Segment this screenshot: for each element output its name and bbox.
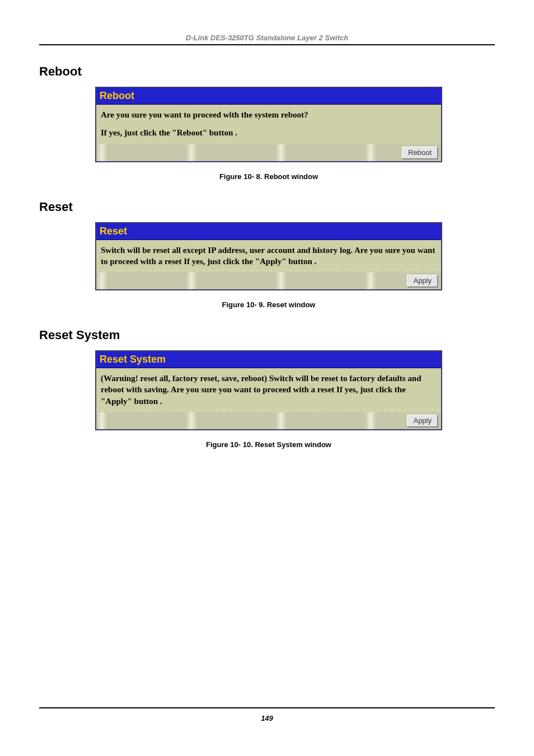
reboot-panel-footer: Reboot — [96, 144, 441, 161]
reset-panel-footer: Apply — [96, 273, 441, 289]
doc-header: D-Link DES-3250TG Standalone Layer 2 Swi… — [39, 34, 495, 44]
reset-panel-body: Switch will be reset all except IP addre… — [96, 240, 441, 273]
section-heading-reset: Reset — [39, 200, 495, 214]
reset-system-panel-body: (Warning! reset all, factory reset, save… — [96, 368, 441, 412]
reset-panel: Reset Switch will be reset all except IP… — [95, 222, 442, 291]
reboot-msg-1: Are you sure you want to proceed with th… — [101, 109, 437, 120]
section-heading-reboot: Reboot — [39, 64, 495, 79]
reset-system-panel-title: Reset System — [96, 351, 441, 368]
reboot-caption: Figure 10- 8. Reboot window — [95, 172, 442, 181]
reboot-panel-title: Reboot — [96, 88, 441, 105]
reset-system-caption: Figure 10- 10. Reset System window — [95, 440, 442, 449]
section-heading-reset-system: Reset System — [39, 328, 495, 342]
reset-msg-1: Switch will be reset all except IP addre… — [101, 245, 437, 267]
reset-apply-button[interactable]: Apply — [407, 275, 438, 287]
reset-panel-wrap: Reset Switch will be reset all except IP… — [95, 222, 442, 309]
reboot-msg-2: If yes, just click the "Reboot" button . — [101, 127, 437, 138]
reset-panel-title: Reset — [96, 223, 441, 240]
page: D-Link DES-3250TG Standalone Layer 2 Swi… — [0, 0, 534, 756]
reset-caption: Figure 10- 9. Reset window — [95, 300, 442, 309]
reboot-panel-wrap: Reboot Are you sure you want to proceed … — [95, 87, 442, 181]
reset-system-panel-wrap: Reset System (Warning! reset all, factor… — [95, 350, 442, 449]
reset-system-apply-button[interactable]: Apply — [407, 415, 438, 427]
page-footer: 149 — [39, 707, 495, 722]
reboot-panel: Reboot Are you sure you want to proceed … — [95, 87, 442, 162]
reboot-panel-body: Are you sure you want to proceed with th… — [96, 105, 441, 144]
page-number: 149 — [39, 714, 495, 722]
reset-system-panel: Reset System (Warning! reset all, factor… — [95, 350, 442, 430]
reset-system-msg-1: (Warning! reset all, factory reset, save… — [101, 373, 437, 407]
reset-system-panel-footer: Apply — [96, 412, 441, 429]
reboot-button[interactable]: Reboot — [402, 147, 438, 159]
header-rule — [39, 44, 495, 45]
footer-rule — [39, 707, 495, 708]
